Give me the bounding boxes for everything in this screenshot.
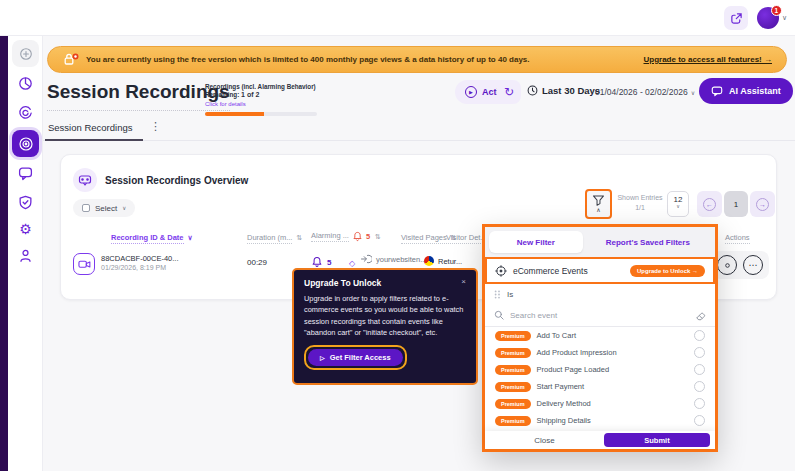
refresh-button[interactable]: ↻ bbox=[497, 80, 521, 104]
tab-menu-button[interactable]: ⋮ bbox=[150, 120, 161, 133]
alarming-cell: 5 bbox=[311, 256, 331, 268]
close-icon[interactable]: × bbox=[461, 278, 466, 286]
enter-page-icon bbox=[361, 254, 372, 264]
event-option[interactable]: Premium Start Payment bbox=[485, 378, 715, 395]
eraser-icon[interactable] bbox=[695, 310, 706, 321]
overview-title: Session Recordings Overview bbox=[105, 175, 248, 186]
banner-text: You are currently using the free version… bbox=[86, 55, 530, 64]
record-target-icon bbox=[18, 136, 34, 152]
event-list: Premium Add To Cart Premium Add Product … bbox=[485, 327, 715, 431]
condition-row[interactable]: Is bbox=[485, 284, 715, 304]
more-actions-button[interactable]: ⋯ bbox=[743, 255, 763, 275]
play-outline-icon: ▷ bbox=[320, 354, 325, 361]
sidebar: ⚙ bbox=[8, 36, 43, 471]
sort-icon: ⇅ bbox=[297, 234, 303, 241]
arrow-right-icon: → bbox=[756, 198, 769, 211]
date-range-selector[interactable]: 01/04/2026 - 02/02/2026 ∨ bbox=[595, 87, 695, 97]
radio-button[interactable] bbox=[694, 381, 705, 392]
avatar[interactable]: 1 bbox=[757, 7, 779, 29]
page-title: Session Recordings bbox=[47, 81, 230, 111]
upgrade-to-unlock-badge[interactable]: Upgrade to Unlock → bbox=[630, 265, 705, 277]
premium-badge: Premium bbox=[495, 348, 531, 358]
chat-bubble-icon bbox=[18, 166, 33, 181]
submit-button[interactable]: Submit bbox=[604, 433, 710, 447]
select-dropdown[interactable]: Select ∨ bbox=[73, 199, 135, 217]
premium-badge: Premium bbox=[495, 399, 531, 409]
tooltip-body: Upgrade in order to apply filters relate… bbox=[304, 293, 466, 339]
column-visitor-details[interactable]: Visitor Det... bbox=[446, 233, 487, 242]
next-page-button[interactable]: → bbox=[750, 191, 775, 217]
collapse-icon: ∧ bbox=[596, 207, 600, 213]
recording-id[interactable]: 88CDACBF-00CE-40... bbox=[101, 254, 179, 263]
sidebar-item-feedback[interactable] bbox=[12, 160, 39, 187]
tab-saved-filters[interactable]: Report's Saved Filters bbox=[585, 231, 711, 253]
event-option[interactable]: Premium Add To Cart bbox=[485, 327, 715, 344]
sidebar-item-privacy[interactable] bbox=[12, 189, 39, 216]
tab-new-filter[interactable]: New Filter bbox=[489, 231, 583, 253]
search-input[interactable] bbox=[510, 311, 689, 320]
column-duration[interactable]: Duration (m... ⇅ bbox=[247, 233, 302, 242]
tab-active-underline bbox=[45, 139, 143, 141]
upgrade-tooltip: Upgrade To Unlock × Upgrade in order to … bbox=[292, 268, 478, 385]
prev-page-button[interactable]: ← bbox=[697, 191, 722, 217]
sidebar-item-behavior[interactable] bbox=[12, 99, 39, 126]
get-filter-access-button[interactable]: ▷ Get Filter Access bbox=[308, 349, 403, 366]
country-flag-icon bbox=[424, 256, 434, 266]
recording-action-button[interactable] bbox=[717, 255, 737, 275]
filter-tabs: New Filter Report's Saved Filters bbox=[485, 227, 715, 257]
alarm-bell-icon bbox=[311, 256, 323, 268]
chevron-down-icon: ∨ bbox=[691, 89, 695, 96]
video-camera-icon bbox=[78, 258, 91, 270]
chevron-down-icon: ∨ bbox=[782, 14, 787, 22]
premium-badge: Premium bbox=[495, 382, 531, 392]
funnel-icon bbox=[592, 195, 605, 206]
event-type-row[interactable]: eCommerce Events Upgrade to Unlock → bbox=[485, 257, 715, 284]
page-size-select[interactable]: 12 ∨ bbox=[667, 191, 689, 217]
premium-badge: Premium bbox=[495, 416, 531, 426]
clock-icon bbox=[527, 85, 538, 96]
column-recording-id[interactable]: Recording ID & Date ∨ bbox=[111, 233, 193, 242]
sidebar-item-dashboard[interactable] bbox=[12, 70, 39, 97]
person-pin-icon bbox=[18, 248, 33, 263]
ai-assistant-button[interactable]: AI Assistant bbox=[699, 78, 793, 104]
chevron-down-icon: ∨ bbox=[122, 205, 126, 211]
visited-pages-cell[interactable]: yourwebsiten... bbox=[361, 254, 426, 264]
alarm-bell-icon bbox=[352, 231, 363, 242]
free-version-banner: You are currently using the free version… bbox=[47, 46, 787, 73]
account-menu[interactable]: 1 ∨ bbox=[757, 7, 787, 29]
radio-button[interactable] bbox=[694, 398, 705, 409]
premium-badge: Premium bbox=[495, 331, 531, 341]
sidebar-item-add[interactable] bbox=[12, 40, 39, 67]
event-option[interactable]: Premium Add Product Impression bbox=[485, 344, 715, 361]
upgrade-link[interactable]: Upgrade to access all features! → bbox=[644, 55, 773, 64]
diamond-icon: ◇ bbox=[349, 259, 355, 268]
sidebar-item-session-recordings[interactable] bbox=[12, 130, 39, 157]
recording-date: 01/29/2026, 8:19 PM bbox=[101, 264, 166, 271]
event-type-label: eCommerce Events bbox=[513, 266, 588, 276]
details-link[interactable]: Click for details bbox=[205, 101, 323, 107]
sidebar-item-settings[interactable]: ⚙ bbox=[12, 215, 39, 242]
tab-session-recordings[interactable]: Session Recordings bbox=[48, 122, 133, 133]
cta-highlight-box: ▷ Get Filter Access bbox=[304, 345, 407, 370]
radio-button[interactable] bbox=[694, 347, 705, 358]
column-alarming[interactable]: Alarming ... 5 ⇅ bbox=[311, 231, 381, 242]
radio-button[interactable] bbox=[694, 415, 705, 426]
event-option[interactable]: Premium Delivery Method bbox=[485, 395, 715, 412]
date-range: 01/04/2026 - 02/02/2026 bbox=[595, 87, 688, 97]
filter-footer: Close Submit bbox=[485, 431, 715, 449]
select-label: Select bbox=[95, 204, 117, 213]
caret-down-icon: ∨ bbox=[188, 234, 193, 241]
sidebar-item-visitors[interactable] bbox=[12, 242, 39, 269]
visitor-details-cell: Retur... bbox=[424, 256, 462, 266]
play-recording-button[interactable] bbox=[73, 253, 95, 275]
event-option[interactable]: Premium Shipping Details bbox=[485, 412, 715, 429]
ai-assistant-label: AI Assistant bbox=[729, 86, 781, 96]
close-button[interactable]: Close bbox=[485, 436, 604, 445]
radio-button[interactable] bbox=[694, 330, 705, 341]
event-option[interactable]: Premium Product Page Loaded bbox=[485, 361, 715, 378]
remaining-value: 1 of 2 bbox=[241, 91, 259, 98]
period-selector[interactable]: Last 30 Days bbox=[527, 85, 600, 96]
filter-button[interactable]: ∧ bbox=[585, 189, 612, 219]
radio-button[interactable] bbox=[694, 364, 705, 375]
share-button[interactable] bbox=[724, 6, 748, 30]
